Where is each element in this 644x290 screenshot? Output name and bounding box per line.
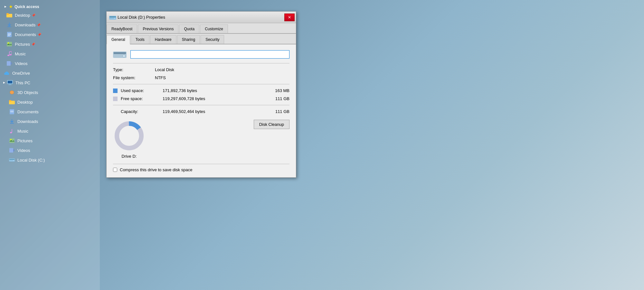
close-icon: ✕: [288, 15, 291, 20]
type-label: Type:: [113, 67, 155, 72]
free-color-box: [113, 97, 118, 101]
download-icon: [6, 22, 12, 28]
svg-rect-32: [10, 112, 14, 112]
dialog-tab-bar-2: General Tools Hardware Sharing Security: [107, 34, 296, 44]
document-icon-2: [9, 109, 15, 115]
svg-point-46: [114, 18, 115, 19]
svg-rect-26: [9, 84, 11, 85]
sidebar-item-documents-this-pc[interactable]: Documents: [0, 107, 100, 117]
sidebar-label-music-this-pc: Music: [17, 129, 28, 134]
sidebar-label-onedrive: OneDrive: [12, 71, 30, 76]
used-color-box: [113, 89, 118, 93]
divider-2: [113, 84, 289, 84]
sidebar-label-local-disk-c: Local Disk (C:): [17, 158, 45, 163]
sidebar-label-downloads-pinned: Downloads: [15, 23, 35, 27]
cloud-icon: [4, 70, 10, 76]
close-button[interactable]: ✕: [284, 14, 295, 21]
sidebar-label-videos: Videos: [15, 61, 28, 66]
sidebar-item-music-this-pc[interactable]: Music: [0, 126, 100, 136]
divider-1: [113, 63, 289, 63]
sidebar-item-pictures-this-pc[interactable]: Pictures: [0, 136, 100, 145]
drive-icon: [113, 50, 127, 59]
drive-name-input[interactable]: [130, 50, 289, 59]
drive-titlebar-icon: [109, 15, 115, 20]
svg-marker-40: [13, 149, 14, 152]
free-space-label: Free space:: [121, 96, 163, 101]
svg-rect-48: [114, 52, 126, 54]
sidebar-item-downloads-pinned[interactable]: Downloads 📌: [0, 20, 100, 30]
svg-rect-45: [109, 16, 116, 17]
svg-point-43: [13, 160, 14, 161]
capacity-human: 111 GB: [264, 109, 289, 114]
svg-point-10: [8, 42, 9, 44]
svg-point-12: [7, 55, 9, 56]
tab-readyboost[interactable]: ReadyBoost: [107, 24, 137, 33]
dialog-title: Local Disk (D:) Properties: [118, 15, 293, 20]
tab-customize[interactable]: Customize: [200, 24, 228, 33]
tab-general[interactable]: General: [107, 35, 130, 44]
free-space-human: 111 GB: [264, 96, 289, 101]
divider-3: [113, 105, 289, 105]
pin-icon: 📌: [31, 42, 35, 46]
sidebar-item-this-pc[interactable]: This PC: [0, 78, 100, 88]
svg-marker-18: [11, 62, 12, 65]
svg-rect-25: [8, 81, 12, 83]
tab-quota[interactable]: Quota: [179, 24, 199, 33]
svg-rect-31: [10, 111, 14, 111]
sidebar-item-music[interactable]: Music: [0, 49, 100, 59]
sidebar-item-onedrive[interactable]: OneDrive: [0, 68, 100, 78]
donut-area: Drive D: Disk Cleanup: [113, 120, 289, 159]
sidebar-item-videos[interactable]: Videos: [0, 59, 100, 68]
svg-rect-17: [7, 61, 11, 66]
download-icon-2: [9, 118, 15, 124]
sidebar-label-desktop-this-pc: Desktop: [17, 100, 33, 105]
sidebar-item-downloads-this-pc[interactable]: Downloads: [0, 117, 100, 126]
used-space-row: Used space: 171,892,736 bytes 163 MB: [113, 88, 289, 94]
sidebar-label-videos-this-pc: Videos: [17, 148, 30, 153]
used-space-human: 163 MB: [264, 88, 289, 93]
video-icon-2: [9, 147, 15, 153]
sidebar-item-desktop-pinned[interactable]: Desktop 📌: [0, 10, 100, 20]
svg-rect-7: [8, 34, 11, 35]
sidebar-item-3d-objects[interactable]: 3D Objects: [0, 88, 100, 97]
dialog-tab-bar: ReadyBoost Previous Versions Quota Custo…: [107, 23, 296, 34]
quick-access-section[interactable]: ★ Quick access: [0, 3, 100, 10]
dialog-titlebar: Local Disk (D:) Properties ✕: [107, 12, 296, 23]
sidebar-item-local-disk-c[interactable]: Local Disk (C:): [0, 155, 100, 165]
pin-icon: 📌: [32, 14, 35, 17]
disk-cleanup-button[interactable]: Disk Cleanup: [254, 120, 289, 129]
donut-chart: [113, 120, 145, 152]
disk-icon: [9, 157, 15, 163]
compress-checkbox[interactable]: [113, 168, 117, 172]
tab-sharing[interactable]: Sharing: [177, 35, 200, 44]
tab-tools[interactable]: Tools: [131, 35, 149, 44]
svg-point-34: [10, 132, 12, 133]
properties-dialog: Local Disk (D:) Properties ✕ ReadyBoost …: [106, 11, 296, 178]
svg-rect-44: [109, 16, 116, 20]
drive-label: Drive D:: [122, 154, 137, 159]
filesystem-label: File system:: [113, 75, 155, 80]
compress-row: Compress this drive to save disk space: [113, 167, 289, 172]
pin-icon: 📌: [37, 33, 41, 36]
compress-label: Compress this drive to save disk space: [120, 167, 192, 172]
sidebar-item-desktop-this-pc[interactable]: Desktop: [0, 97, 100, 107]
tab-security[interactable]: Security: [201, 35, 224, 44]
sidebar-label-documents-pinned: Documents: [15, 32, 36, 37]
dialog-body: Type: Local Disk File system: NTFS Used …: [107, 44, 296, 177]
sidebar-label-3d-objects: 3D Objects: [17, 90, 38, 95]
svg-line-16: [9, 51, 12, 52]
svg-rect-41: [9, 158, 15, 162]
sidebar: ★ Quick access Desktop 📌 Downloads 📌 Doc…: [0, 0, 100, 290]
tab-hardware[interactable]: Hardware: [150, 35, 176, 44]
svg-rect-4: [7, 26, 11, 27]
sidebar-item-videos-this-pc[interactable]: Videos: [0, 145, 100, 155]
sidebar-item-documents-pinned[interactable]: Documents 📌: [0, 30, 100, 39]
sidebar-item-pictures-pinned[interactable]: Pictures 📌: [0, 39, 100, 49]
tab-previous-versions[interactable]: Previous Versions: [138, 24, 178, 33]
drive-name-row: [113, 50, 289, 59]
svg-rect-29: [9, 100, 11, 101]
sidebar-label-pictures-pinned: Pictures: [15, 42, 30, 47]
document-icon: [6, 32, 12, 37]
capacity-row: Capacity: 119,469,502,464 bytes 111 GB: [113, 108, 289, 115]
picture-icon: [6, 41, 12, 47]
